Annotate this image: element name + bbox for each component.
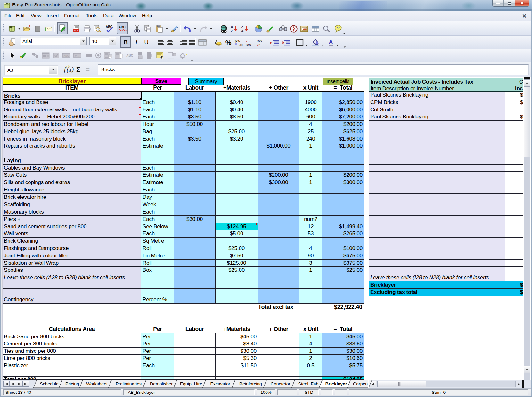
svg-text:#F..: #F..: [75, 54, 79, 57]
svg-text:A: A: [241, 29, 244, 33]
svg-text:.000: .000: [246, 43, 251, 46]
svg-text:PDF: PDF: [74, 29, 78, 32]
svg-text:.00: .00: [239, 44, 243, 46]
svg-text:Z: Z: [241, 25, 243, 29]
svg-text:0→: 0→: [246, 39, 250, 42]
svg-text:?: ?: [337, 26, 340, 30]
svg-text:0↵: 0↵: [257, 43, 260, 46]
svg-text:A: A: [231, 25, 233, 29]
svg-text:.000: .000: [257, 39, 262, 42]
svg-text:ABC: ABC: [64, 54, 69, 57]
svg-text:ABC: ABC: [126, 54, 133, 57]
svg-text:ABC: ABC: [119, 25, 126, 29]
svg-text:Z: Z: [231, 29, 233, 33]
svg-text:$%: $%: [235, 39, 240, 43]
